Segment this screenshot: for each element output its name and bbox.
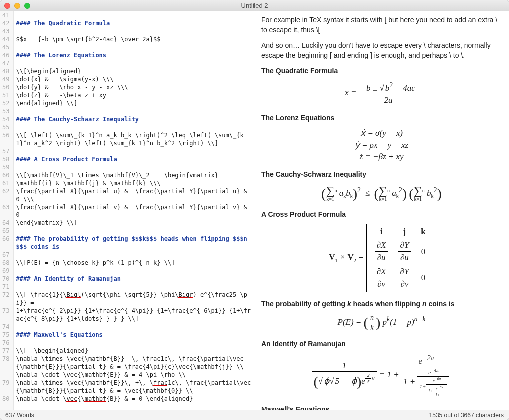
heading-cross: A Cross Product Formula [261,210,502,220]
editor-pane[interactable]: 4142434445464748495051525354555657585960… [0,11,254,410]
math-cross: V1 × V2 = ijk ∂X∂u∂Y∂u0 ∂X∂v∂Y∂v0 [261,224,502,292]
maximize-button[interactable] [24,3,30,9]
math-cauchy: (∑k=1n akbk)2 ≤ (∑k=1n ak2) (∑k=1n bk2) [261,184,502,203]
word-count: 637 Words [5,412,34,419]
traffic-lights [4,3,30,9]
heading-prob: The probability of getting k heads when … [261,299,502,309]
preview-intro-1: For example in TeX syntax it starts with… [261,15,502,35]
preview-pane: For example in TeX syntax it starts with… [254,11,509,410]
char-count: 1535 out of 3667 characters [429,412,504,419]
math-quadratic: x = −b ± b2 − 4ac2a [261,80,502,106]
heading-ramanujan: An Identity of Ramanujan [261,339,502,349]
close-button[interactable] [4,3,10,9]
content-area: 4142434445464748495051525354555657585960… [0,11,509,410]
math-ramanujan: 1(ϕ5 − ϕ)e25π = 1 + e−2π1 + e−4π1+e−6π1+… [261,353,502,398]
math-lorenz: ẋ = σ(y − x) ẏ = ρx − y − xz ż = −βz + x… [261,127,502,163]
code-area[interactable]: #### The Quadratic Formula$$x = {-b \pm … [14,11,254,410]
titlebar[interactable]: Untitled 2 [0,0,509,11]
app-window: Untitled 2 41424344454647484950515253545… [0,0,509,420]
preview-intro-2: And so on… Luckily you don't have to esc… [261,41,502,60]
line-gutter: 4142434445464748495051525354555657585960… [0,11,14,410]
heading-maxwell: Maxwell's Equations [261,405,502,410]
heading-quadratic: The Quadratic Formula [261,66,502,76]
window-title: Untitled 2 [30,2,479,9]
minimize-button[interactable] [14,3,20,9]
heading-lorenz: The Lorenz Equations [261,113,502,123]
heading-cauchy: The Cauchy-Schwarz Inequality [261,170,502,180]
status-bar: 637 Words 1535 out of 3667 characters [0,410,509,420]
math-prob: P(E) = (nk) pk(1 − p)n−k [261,313,502,332]
